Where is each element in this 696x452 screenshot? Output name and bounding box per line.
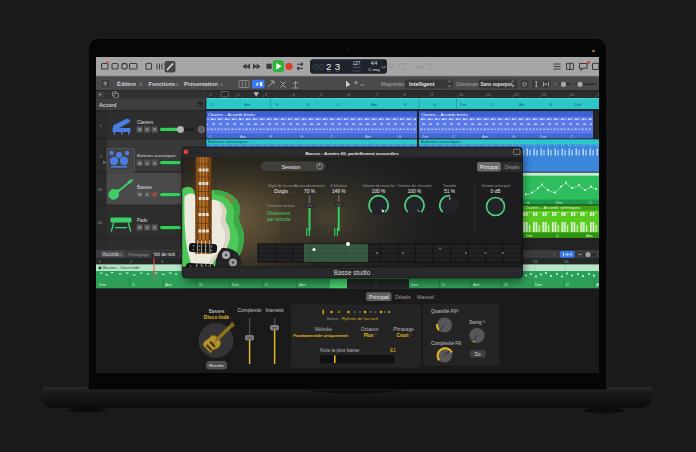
svg-text:Recoler: Recoler — [209, 363, 225, 368]
svg-text:Détails: Détails — [395, 294, 411, 300]
svg-text:Volume principal: Volume principal — [481, 183, 510, 188]
svg-text:✎: ✎ — [483, 320, 486, 324]
svg-text:Am: Am — [299, 282, 306, 287]
svg-text:R: R — [153, 225, 156, 230]
svg-text:25: 25 — [98, 187, 103, 192]
svg-text:Session: Session — [281, 164, 300, 170]
svg-text:Préréglage :: Préréglage : — [129, 252, 151, 257]
svg-text:Am: Am — [586, 233, 593, 238]
svg-text:100 %: 100 % — [372, 189, 386, 194]
svg-text:C: C — [556, 233, 559, 238]
svg-text:Dm: Dm — [556, 200, 563, 205]
svg-text:23: 23 — [326, 61, 343, 72]
svg-text:Dm: Dm — [575, 102, 582, 107]
svg-text:⌃: ⌃ — [374, 334, 377, 338]
svg-text:100 %: 100 % — [408, 189, 422, 194]
svg-text:Édition: Édition — [117, 80, 137, 87]
svg-text:Dm: Dm — [540, 134, 547, 139]
svg-text:S: S — [146, 192, 149, 197]
svg-text:Am: Am — [240, 134, 247, 139]
svg-text:Présentation: Présentation — [184, 81, 218, 87]
svg-text:Dm: Dm — [460, 102, 467, 107]
svg-text:G: G — [549, 102, 552, 107]
svg-text:⌃: ⌃ — [410, 334, 413, 338]
svg-text:Dm: Dm — [99, 282, 106, 287]
svg-text:↕: ↕ — [553, 251, 556, 257]
svg-text:⌄: ⌄ — [292, 190, 295, 194]
svg-text:Tonalité: Tonalité — [443, 183, 456, 188]
svg-text:R: R — [153, 161, 156, 166]
svg-text:70 %: 70 % — [304, 189, 316, 194]
svg-text:Batteries acoustiques: Batteries acoustiques — [137, 153, 176, 158]
svg-text:Am: Am — [371, 102, 378, 107]
svg-text:127: 127 — [353, 61, 361, 66]
svg-text:Sans superpos.: Sans superpos. — [481, 82, 515, 87]
svg-text:Définition: Définition — [331, 183, 347, 188]
svg-text:⌃: ⌃ — [346, 334, 349, 338]
svg-text:Glissement: Glissement — [267, 211, 291, 216]
svg-text:R: R — [153, 127, 156, 132]
svg-text:G: G — [433, 102, 436, 107]
svg-text:Dm: Dm — [422, 134, 429, 139]
svg-text:149 %: 149 % — [332, 189, 346, 194]
svg-text:C: C — [337, 102, 340, 107]
svg-text:C: C — [589, 200, 592, 205]
svg-text:Am: Am — [473, 282, 480, 287]
svg-text:13: 13 — [542, 92, 547, 97]
svg-text:∨: ∨ — [220, 82, 223, 87]
svg-text:Dm: Dm — [526, 233, 533, 238]
svg-text:G: G — [512, 134, 515, 139]
svg-text:Basses : Années 60, partiellem: Basses : Années 60, partiellement assour… — [305, 151, 399, 156]
svg-text:Accords: Accords — [103, 252, 120, 257]
svg-text:Dernière lecture: Dernière lecture — [267, 203, 295, 208]
svg-text:Swing: Swing — [469, 320, 482, 325]
svg-text:Am: Am — [519, 102, 526, 107]
svg-text:Am: Am — [482, 134, 489, 139]
svg-text:Octaves: Octaves — [361, 327, 379, 332]
svg-text:Fonctions: Fonctions — [149, 81, 176, 87]
svg-text:C: C — [566, 282, 569, 287]
svg-text:C maj: C maj — [368, 67, 379, 72]
svg-text:Am: Am — [244, 102, 251, 107]
svg-text:G: G — [398, 134, 401, 139]
svg-text:C: C — [330, 134, 333, 139]
svg-text:par vélocité: par vélocité — [267, 217, 291, 222]
svg-text:M: M — [138, 127, 141, 132]
svg-text:Manuel: Manuel — [417, 294, 434, 300]
svg-text:Doigts: Doigts — [274, 189, 288, 194]
svg-text:10: 10 — [459, 92, 464, 97]
svg-text:C: C — [209, 134, 212, 139]
svg-text:26: 26 — [98, 220, 103, 225]
svg-text:Dm: Dm — [232, 282, 239, 287]
svg-text:✎: ✎ — [456, 309, 459, 313]
svg-text:00: 00 — [313, 61, 325, 72]
svg-text:G: G — [199, 282, 203, 287]
svg-text:51 %: 51 % — [444, 189, 456, 194]
svg-text:C: C — [452, 134, 455, 139]
svg-text:12: 12 — [514, 92, 519, 97]
svg-text:Claviers – Accords rythmiques: Claviers – Accords rythmiques — [524, 205, 580, 210]
svg-text:G: G — [300, 134, 303, 139]
svg-text:Détails: Détails — [505, 165, 520, 170]
svg-text:C: C — [442, 282, 445, 287]
svg-text:Vol de nuit: Vol de nuit — [154, 252, 176, 257]
svg-text:Plus: Plus — [364, 333, 374, 338]
svg-text:Note la plus basse: Note la plus basse — [320, 348, 360, 353]
svg-text:Assourdissement: Assourdissement — [295, 183, 326, 188]
svg-text:14: 14 — [570, 92, 575, 97]
svg-text:Am: Am — [165, 282, 172, 287]
svg-text:Claviers – Accords brisés: Claviers – Accords brisés — [208, 112, 255, 117]
svg-text:15: 15 — [533, 259, 538, 264]
svg-text:C: C — [210, 102, 213, 107]
svg-text:Fondamentale uniquement: Fondamentale uniquement — [293, 333, 348, 338]
svg-text:G: G — [306, 102, 309, 107]
svg-text:▣ Basses – Disco Indé: ▣ Basses – Disco Indé — [98, 265, 140, 270]
svg-text:Suivre : Rythme de l'accord: Suivre : Rythme de l'accord — [326, 316, 378, 321]
svg-text:G: G — [526, 200, 529, 205]
svg-text:4/4: 4/4 — [371, 61, 378, 66]
svg-text:Claviers: Claviers — [137, 120, 154, 125]
svg-text:0 dB: 0 dB — [491, 189, 501, 194]
svg-text:tempo: tempo — [352, 69, 361, 73]
svg-text:C: C — [570, 134, 573, 139]
svg-text:Batteries acoustiques: Batteries acoustiques — [421, 139, 461, 144]
